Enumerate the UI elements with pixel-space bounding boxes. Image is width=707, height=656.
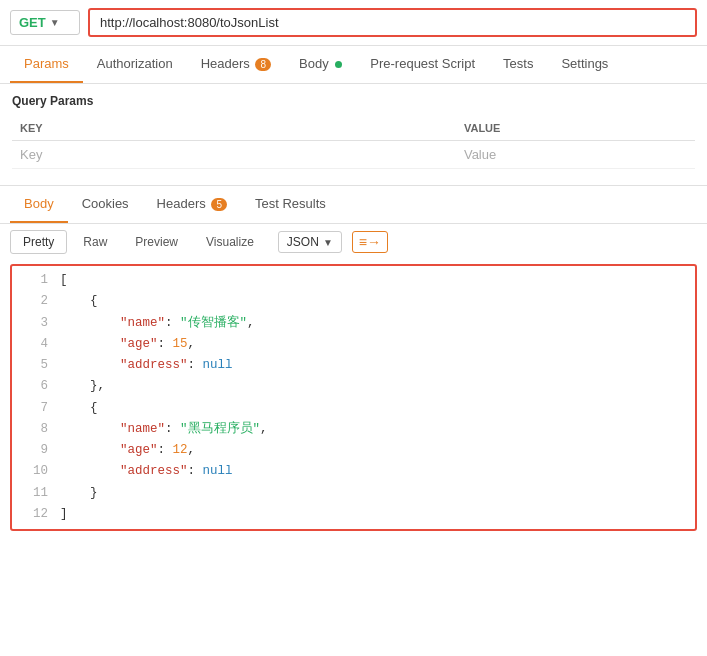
resp-tab-test-results[interactable]: Test Results — [241, 186, 340, 223]
json-line: 4 "age": 15, — [12, 334, 695, 355]
json-viewer: 1[2 {3 "name": "传智播客",4 "age": 15,5 "add… — [10, 264, 697, 531]
json-token: , — [260, 422, 268, 436]
json-token: : — [165, 316, 180, 330]
json-token: , — [188, 337, 196, 351]
json-token: "address" — [60, 358, 188, 372]
chevron-down-icon: ▼ — [323, 237, 333, 248]
json-token: null — [203, 464, 233, 478]
method-select[interactable]: GET ▼ — [10, 10, 80, 35]
json-token: "age" — [60, 337, 158, 351]
json-line: 7 { — [12, 398, 695, 419]
tab-headers[interactable]: Headers 8 — [187, 46, 285, 83]
line-number: 3 — [20, 313, 48, 334]
line-number: 5 — [20, 355, 48, 376]
line-number: 6 — [20, 376, 48, 397]
json-format-label: JSON — [287, 235, 319, 249]
resp-tab-body[interactable]: Body — [10, 186, 68, 223]
json-token: ] — [60, 507, 68, 521]
body-toolbar: Pretty Raw Preview Visualize JSON ▼ ≡→ — [0, 224, 707, 260]
json-token: "传智播客" — [180, 316, 247, 330]
line-number: 11 — [20, 483, 48, 504]
line-number: 10 — [20, 461, 48, 482]
resp-headers-badge: 5 — [211, 198, 227, 211]
json-token: : — [165, 422, 180, 436]
line-number: 7 — [20, 398, 48, 419]
format-preview-button[interactable]: Preview — [123, 231, 190, 253]
resp-tab-cookies[interactable]: Cookies — [68, 186, 143, 223]
json-token: [ — [60, 273, 68, 287]
col-key-header: KEY — [12, 116, 456, 141]
json-token: : — [158, 443, 173, 457]
json-token: : — [188, 358, 203, 372]
json-token: { — [60, 401, 98, 415]
tab-tests[interactable]: Tests — [489, 46, 547, 83]
json-line: 3 "name": "传智播客", — [12, 313, 695, 334]
json-token: }, — [60, 379, 105, 393]
json-line: 2 { — [12, 291, 695, 312]
param-key-placeholder[interactable]: Key — [12, 141, 456, 169]
json-token: : — [188, 464, 203, 478]
tab-settings[interactable]: Settings — [547, 46, 622, 83]
query-params-title: Query Params — [12, 94, 695, 108]
tab-authorization[interactable]: Authorization — [83, 46, 187, 83]
json-token: "黑马程序员" — [180, 422, 260, 436]
json-line: 11 } — [12, 483, 695, 504]
json-token: "address" — [60, 464, 188, 478]
json-token: 15 — [173, 337, 188, 351]
line-number: 4 — [20, 334, 48, 355]
wrap-icon: ≡→ — [359, 234, 381, 250]
response-tabs: Body Cookies Headers 5 Test Results — [0, 186, 707, 224]
json-line: 9 "age": 12, — [12, 440, 695, 461]
json-line: 12] — [12, 504, 695, 525]
json-token: { — [60, 294, 98, 308]
json-line: 5 "address": null — [12, 355, 695, 376]
params-table: KEY VALUE Key Value — [12, 116, 695, 169]
json-token: "age" — [60, 443, 158, 457]
line-number: 12 — [20, 504, 48, 525]
json-token: "name" — [60, 422, 165, 436]
param-row-placeholder: Key Value — [12, 141, 695, 169]
line-number: 9 — [20, 440, 48, 461]
headers-badge: 8 — [255, 58, 271, 71]
line-number: 2 — [20, 291, 48, 312]
wrap-icon-button[interactable]: ≡→ — [352, 231, 388, 253]
url-input[interactable] — [88, 8, 697, 37]
format-visualize-button[interactable]: Visualize — [194, 231, 266, 253]
json-token: null — [203, 358, 233, 372]
json-token: 12 — [173, 443, 188, 457]
json-line: 8 "name": "黑马程序员", — [12, 419, 695, 440]
body-dot-icon — [335, 61, 342, 68]
resp-tab-headers[interactable]: Headers 5 — [143, 186, 241, 223]
json-token: } — [60, 486, 98, 500]
format-raw-button[interactable]: Raw — [71, 231, 119, 253]
json-token: , — [188, 443, 196, 457]
tab-pre-request-script[interactable]: Pre-request Script — [356, 46, 489, 83]
json-line: 10 "address": null — [12, 461, 695, 482]
request-tabs: Params Authorization Headers 8 Body Pre-… — [0, 46, 707, 84]
line-number: 1 — [20, 270, 48, 291]
tab-body[interactable]: Body — [285, 46, 356, 83]
chevron-down-icon: ▼ — [50, 17, 60, 28]
tab-params[interactable]: Params — [10, 46, 83, 83]
col-value-header: VALUE — [456, 116, 695, 141]
json-line: 1[ — [12, 270, 695, 291]
json-format-select[interactable]: JSON ▼ — [278, 231, 342, 253]
query-params-section: Query Params KEY VALUE Key Value — [0, 84, 707, 175]
json-token: , — [247, 316, 255, 330]
method-label: GET — [19, 15, 46, 30]
json-token: "name" — [60, 316, 165, 330]
param-value-placeholder[interactable]: Value — [456, 141, 695, 169]
top-bar: GET ▼ — [0, 0, 707, 46]
format-pretty-button[interactable]: Pretty — [10, 230, 67, 254]
line-number: 8 — [20, 419, 48, 440]
json-token: : — [158, 337, 173, 351]
json-line: 6 }, — [12, 376, 695, 397]
